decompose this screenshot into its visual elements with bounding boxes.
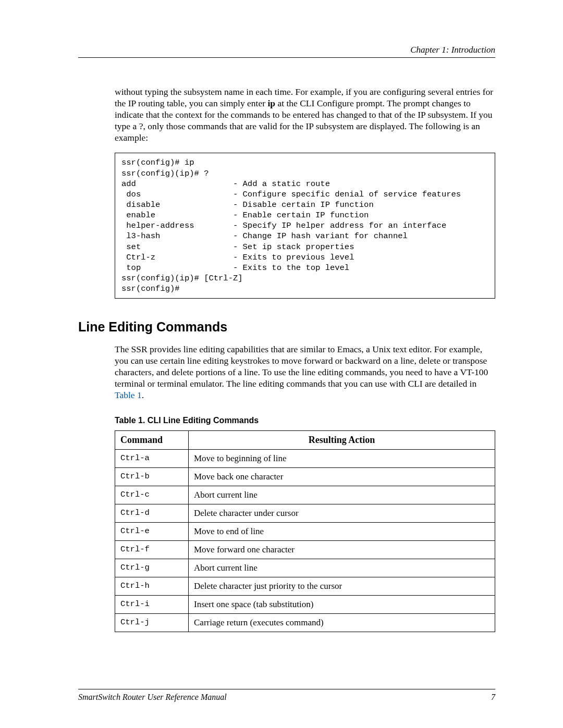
table-row: Ctrl-aMove to beginning of line xyxy=(115,449,495,467)
cmd-cell: Ctrl-d xyxy=(115,504,189,522)
action-cell: Move forward one character xyxy=(189,540,495,559)
action-cell: Move to end of line xyxy=(189,522,495,540)
action-cell: Carriage return (executes command) xyxy=(189,613,495,632)
table-row: Ctrl-dDelete character under cursor xyxy=(115,504,495,522)
intro-paragraph: without typing the subsystem name in eac… xyxy=(115,87,495,143)
table-row: Ctrl-cAbort current line xyxy=(115,486,495,504)
cmd-cell: Ctrl-g xyxy=(115,559,189,577)
section-paragraph: The SSR provides line editing capabiliti… xyxy=(115,344,495,401)
action-cell: Insert one space (tab substitution) xyxy=(189,595,495,613)
action-cell: Abort current line xyxy=(189,486,495,504)
table-caption: Table 1. CLI Line Editing Commands xyxy=(115,416,495,425)
table-body: Ctrl-aMove to beginning of line Ctrl-bMo… xyxy=(115,449,495,632)
table-row: Ctrl-bMove back one character xyxy=(115,467,495,486)
action-cell: Move to beginning of line xyxy=(189,449,495,467)
section-pre-link: The SSR provides line editing capabiliti… xyxy=(115,344,488,389)
cmd-cell: Ctrl-b xyxy=(115,467,189,486)
section-heading-line-editing: Line Editing Commands xyxy=(78,319,495,335)
cmd-cell: Ctrl-e xyxy=(115,522,189,540)
cmd-cell: Ctrl-f xyxy=(115,540,189,559)
table-row: Ctrl-iInsert one space (tab substitution… xyxy=(115,595,495,613)
table-row: Ctrl-eMove to end of line xyxy=(115,522,495,540)
code-example-box: ssr(config)# ip ssr(config)(ip)# ? add -… xyxy=(115,153,495,299)
action-cell: Delete character just priority to the cu… xyxy=(189,577,495,595)
table-row: Ctrl-jCarriage return (executes command) xyxy=(115,613,495,632)
action-cell: Delete character under cursor xyxy=(189,504,495,522)
cmd-cell: Ctrl-j xyxy=(115,613,189,632)
table-header-row: Command Resulting Action xyxy=(115,430,495,449)
cmd-cell: Ctrl-h xyxy=(115,577,189,595)
page: Chapter 1: Introduction without typing t… xyxy=(0,0,563,728)
cli-commands-table: Command Resulting Action Ctrl-aMove to b… xyxy=(115,430,495,632)
footer-title: SmartSwitch Router User Reference Manual xyxy=(78,693,227,702)
cmd-cell: Ctrl-c xyxy=(115,486,189,504)
table-row: Ctrl-fMove forward one character xyxy=(115,540,495,559)
table-row: Ctrl-hDelete character just priority to … xyxy=(115,577,495,595)
page-footer: SmartSwitch Router User Reference Manual… xyxy=(78,689,495,702)
section-post-link: . xyxy=(142,390,144,400)
cmd-cell: Ctrl-a xyxy=(115,449,189,467)
chapter-title: Chapter 1: Introduction xyxy=(78,45,495,57)
table-row: Ctrl-gAbort current line xyxy=(115,559,495,577)
action-cell: Abort current line xyxy=(189,559,495,577)
footer-page-number: 7 xyxy=(491,693,495,702)
header-rule: Chapter 1: Introduction xyxy=(78,45,495,58)
cmd-cell: Ctrl-i xyxy=(115,595,189,613)
action-cell: Move back one character xyxy=(189,467,495,486)
col-header-command: Command xyxy=(115,430,189,449)
col-header-action: Resulting Action xyxy=(189,430,495,449)
intro-bold-ip: ip xyxy=(267,98,275,108)
table-1-link[interactable]: Table 1 xyxy=(115,390,142,400)
